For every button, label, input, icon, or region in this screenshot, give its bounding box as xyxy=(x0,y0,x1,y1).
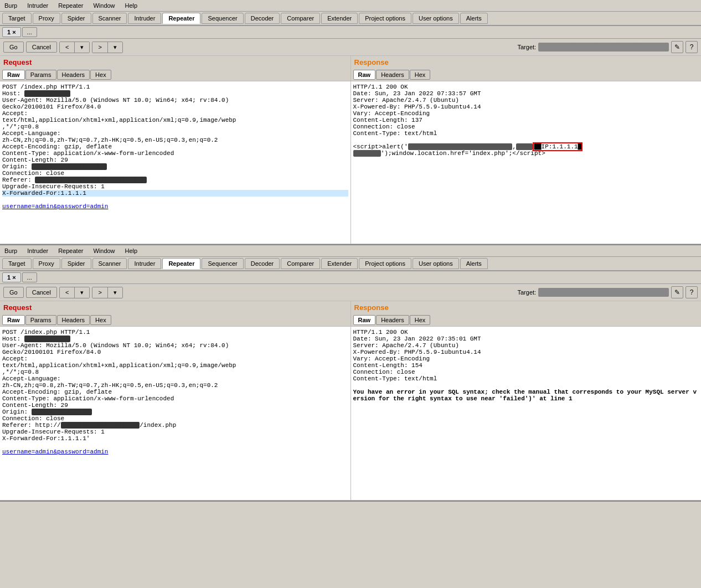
response-content-wrap-1: HTTP/1.1 200 OK Date: Sun, 23 Jan 2022 0… xyxy=(351,81,702,244)
request-text-2[interactable]: POST /index.php HTTP/1.1 Host: █████████… xyxy=(0,327,350,500)
response-panel-1: Response Raw Headers Hex HTTP/1.1 200 OK… xyxy=(351,56,702,244)
response-tabs-2: Raw Headers Hex xyxy=(351,314,702,327)
tab-intruder-2[interactable]: Intruder xyxy=(128,258,161,269)
response-title-2: Response xyxy=(351,301,702,314)
menu-intruder[interactable]: Intruder xyxy=(25,1,50,10)
body-link-1[interactable]: username=admin&password=admin xyxy=(2,203,108,210)
cancel-button-1[interactable]: Cancel xyxy=(26,42,57,53)
menu-window[interactable]: Window xyxy=(91,1,117,10)
tab-sequencer-2[interactable]: Sequencer xyxy=(202,258,243,269)
req-tab-params-1[interactable]: Params xyxy=(25,70,56,80)
menu-burp[interactable]: Burp xyxy=(2,1,19,10)
help-icon-2[interactable]: ? xyxy=(685,286,698,298)
host-redacted-2: ████████████ xyxy=(24,336,70,342)
nav-right-down-2[interactable]: ▾ xyxy=(108,287,122,298)
go-button-1[interactable]: Go xyxy=(3,42,24,53)
nav-right-1[interactable]: > xyxy=(92,42,107,53)
target-label-1: Target: xyxy=(517,44,536,50)
menu-help[interactable]: Help xyxy=(123,1,140,10)
target-area-1: Target: ████████████████████ ✎ ? xyxy=(517,41,698,53)
tab-intruder-1[interactable]: Intruder xyxy=(128,13,161,24)
referer-redacted-1: ██████████████████████████████ xyxy=(35,177,147,183)
response-text-2[interactable]: HTTP/1.1 200 OK Date: Sun, 23 Jan 2022 0… xyxy=(351,327,702,500)
tab-decoder-2[interactable]: Decoder xyxy=(245,258,280,269)
res-tab-headers-2[interactable]: Headers xyxy=(376,315,409,325)
nav-left-down-1[interactable]: ▾ xyxy=(75,42,89,53)
subtab-1-1[interactable]: 1 × xyxy=(2,27,21,37)
req-tab-headers-2[interactable]: Headers xyxy=(57,315,90,325)
subtab-1-2[interactable]: 1 × xyxy=(2,272,21,282)
host-redacted-1: ████████████ xyxy=(24,90,70,97)
tab-extender-1[interactable]: Extender xyxy=(321,13,358,24)
res-tab-headers-1[interactable]: Headers xyxy=(376,70,409,80)
tab-comparer-2[interactable]: Comparer xyxy=(281,258,320,269)
tab-project-options-2[interactable]: Project options xyxy=(359,258,411,269)
subtab-dots-2[interactable]: ... xyxy=(22,272,37,282)
help-icon-1[interactable]: ? xyxy=(685,41,698,53)
nav-left-1[interactable]: < xyxy=(60,42,75,53)
ip-highlight-1: ██IP:1.1.1.1█ xyxy=(533,142,583,151)
tab-alerts-2[interactable]: Alerts xyxy=(460,258,488,269)
tab-sequencer-1[interactable]: Sequencer xyxy=(202,13,243,24)
cancel-button-2[interactable]: Cancel xyxy=(26,287,57,298)
menu-intruder-2[interactable]: Intruder xyxy=(25,246,50,255)
burp-instance-2: Burp Intruder Repeater Window Help Targe… xyxy=(0,245,701,502)
req-tab-hex-1[interactable]: Hex xyxy=(90,70,111,80)
response-tabs-1: Raw Headers Hex xyxy=(351,69,702,81)
body-link-2[interactable]: username=admin&password=admin xyxy=(2,448,108,455)
request-title-1: Request xyxy=(0,56,350,69)
tab-user-options-2[interactable]: User options xyxy=(413,258,459,269)
tab-comparer-1[interactable]: Comparer xyxy=(281,13,320,24)
tab-spider-1[interactable]: Spider xyxy=(61,13,91,24)
res-tab-hex-2[interactable]: Hex xyxy=(410,315,431,325)
tab-alerts-1[interactable]: Alerts xyxy=(460,13,488,24)
menu-repeater-2[interactable]: Repeater xyxy=(56,246,85,255)
menu-repeater[interactable]: Repeater xyxy=(56,1,85,10)
req-tab-raw-1[interactable]: Raw xyxy=(2,70,25,80)
menu-burp-2[interactable]: Burp xyxy=(2,246,19,255)
req-tab-raw-2[interactable]: Raw xyxy=(2,315,25,325)
response-panel-2: Response Raw Headers Hex HTTP/1.1 200 OK… xyxy=(351,301,702,500)
request-text-1[interactable]: POST /index.php HTTP/1.1 Host: █████████… xyxy=(0,81,350,244)
tab-scanner-2[interactable]: Scanner xyxy=(92,258,127,269)
tab-proxy-2[interactable]: Proxy xyxy=(33,258,60,269)
edit-icon-2[interactable]: ✎ xyxy=(671,286,683,298)
res-tab-raw-1[interactable]: Raw xyxy=(353,70,376,80)
res-tab-hex-1[interactable]: Hex xyxy=(410,70,431,80)
nav-left-2[interactable]: < xyxy=(60,287,75,298)
req-tab-params-2[interactable]: Params xyxy=(25,315,56,325)
panels-2: Request Raw Params Headers Hex POST /ind… xyxy=(0,301,701,501)
request-tabs-1: Raw Params Headers Hex xyxy=(0,69,350,81)
tab-repeater-2[interactable]: Repeater xyxy=(162,258,200,269)
target-value-1: ████████████████████ xyxy=(538,43,669,51)
tab-scanner-1[interactable]: Scanner xyxy=(92,13,127,24)
subtab-dots-1[interactable]: ... xyxy=(22,27,37,37)
nav-forward-group-1: > ▾ xyxy=(92,42,122,53)
tab-user-options-1[interactable]: User options xyxy=(413,13,459,24)
target-area-2: Target: ████████████████████ ✎ ? xyxy=(517,286,698,298)
request-title-2: Request xyxy=(0,301,350,314)
nav-right-2[interactable]: > xyxy=(92,287,107,298)
menu-bar-1: Burp Intruder Repeater Window Help xyxy=(0,0,701,12)
tab-project-options-1[interactable]: Project options xyxy=(359,13,411,24)
nav-right-down-1[interactable]: ▾ xyxy=(108,42,122,53)
req-tab-hex-2[interactable]: Hex xyxy=(90,315,111,325)
toolbar-1: Go Cancel < ▾ > ▾ Target: ██████████████… xyxy=(0,39,701,56)
tab-target-1[interactable]: Target xyxy=(2,13,32,24)
tab-repeater-1[interactable]: Repeater xyxy=(162,13,200,24)
tab-spider-2[interactable]: Spider xyxy=(61,258,91,269)
burp-instance-1: Burp Intruder Repeater Window Help Targe… xyxy=(0,0,701,245)
nav-left-down-2[interactable]: ▾ xyxy=(75,287,89,298)
tab-decoder-1[interactable]: Decoder xyxy=(245,13,280,24)
tab-target-2[interactable]: Target xyxy=(2,258,32,269)
response-text-1[interactable]: HTTP/1.1 200 OK Date: Sun, 23 Jan 2022 0… xyxy=(351,81,702,244)
tab-proxy-1[interactable]: Proxy xyxy=(33,13,60,24)
menu-help-2[interactable]: Help xyxy=(123,246,140,255)
request-content-wrap-1: POST /index.php HTTP/1.1 Host: █████████… xyxy=(0,81,350,244)
req-tab-headers-1[interactable]: Headers xyxy=(57,70,90,80)
go-button-2[interactable]: Go xyxy=(3,287,24,298)
res-tab-raw-2[interactable]: Raw xyxy=(353,315,376,325)
tab-extender-2[interactable]: Extender xyxy=(321,258,358,269)
edit-icon-1[interactable]: ✎ xyxy=(671,41,683,53)
menu-window-2[interactable]: Window xyxy=(91,246,117,255)
